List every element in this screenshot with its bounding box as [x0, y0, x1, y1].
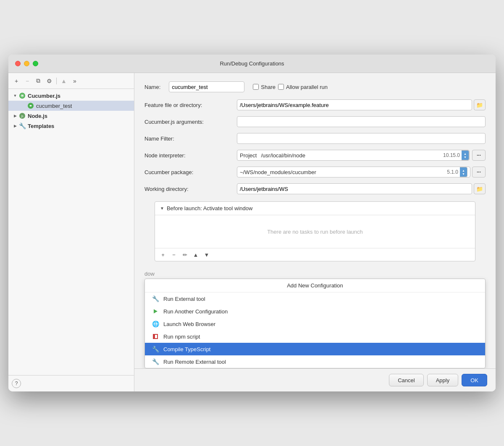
pkg-spinner-down-icon: ▼ [462, 172, 465, 175]
before-launch-down-button[interactable]: ▼ [202, 250, 211, 259]
run-npm-icon [152, 333, 159, 340]
move-up-button[interactable]: ▲ [59, 76, 68, 86]
share-checkbox[interactable] [253, 84, 259, 90]
sidebar-item-cucumber-js[interactable]: ▼ Cucumber.js [8, 91, 134, 101]
sidebar-item-templates[interactable]: ▶ 🔧 Templates [8, 121, 134, 131]
sidebar-tree: ▼ Cucumber.js [8, 89, 134, 375]
sidebar: + − ⧉ ⚙ ▲ » ▼ [8, 73, 134, 391]
dropdown-item-run-another[interactable]: Run Another Configuration [145, 305, 485, 318]
interpreter-version: 10.15.0 [443, 152, 460, 158]
before-launch-header[interactable]: ▼ Before launch: Activate tool window [155, 202, 475, 215]
templates-label: Templates [28, 123, 54, 129]
before-launch-add-button[interactable]: + [158, 250, 168, 259]
cucumber-args-label: Cucumber.js arguments: [144, 119, 237, 125]
share-label: Share [261, 84, 276, 90]
form-area: Name: Share Allow parallel run [134, 73, 496, 270]
parallel-run-checkbox[interactable] [278, 84, 284, 90]
dropdown-item-compile-ts[interactable]: 🔧 Compile TypeScript [145, 343, 485, 355]
bottom-bar: Cancel Apply OK [134, 368, 496, 391]
interpreter-type: Project [240, 152, 257, 159]
run-another-icon [152, 308, 159, 315]
titlebar: Run/Debug Configurations [8, 55, 496, 73]
dropdown-item-run-external[interactable]: 🔧 Run External tool [145, 292, 485, 305]
name-row: Name: Share Allow parallel run [144, 81, 486, 92]
nodejs-label: Node.js [28, 113, 47, 119]
run-another-label: Run Another Configuration [163, 308, 228, 315]
folder-icon: 📁 [476, 102, 483, 108]
sidebar-item-cucumber-test[interactable]: cucumber_test [8, 101, 134, 111]
ok-button[interactable]: OK [462, 374, 487, 386]
sidebar-item-nodejs[interactable]: ▶ js Node.js [8, 111, 134, 121]
expand-arrow-nodejs: ▶ [12, 112, 18, 119]
spinner-down-icon: ▼ [464, 156, 467, 159]
node-interpreter-label: Node interpreter: [144, 152, 237, 159]
parallel-run-text: Allow parallel run [286, 84, 328, 90]
spinner-up-icon: ▲ [464, 152, 467, 155]
cucumber-js-label: Cucumber.js [28, 93, 60, 99]
interpreter-spinner[interactable]: ▲ ▼ [462, 150, 469, 160]
svg-rect-8 [154, 335, 155, 338]
package-version: 5.1.0 [447, 169, 458, 175]
add-new-config-dropdown: Add New Configuration 🔧 Run External too… [144, 279, 486, 368]
dropdown-item-launch-browser[interactable]: 🌐 Launch Web Browser [145, 318, 485, 330]
interpreter-more-button[interactable]: ··· [472, 150, 486, 161]
name-label: Name: [144, 84, 160, 90]
node-interpreter-row: Node interpreter: Project /usr/local/bin… [144, 149, 486, 161]
run-debug-dialog: Run/Debug Configurations + − ⧉ ⚙ ▲ » ▼ [8, 55, 496, 391]
working-dir-control: 📁 [237, 183, 486, 194]
svg-marker-5 [154, 309, 158, 313]
dropdown-item-run-remote[interactable]: 🔧 Run Remote External tool [145, 355, 485, 368]
apply-button[interactable]: Apply [427, 374, 459, 386]
cucumber-package-control: ~/WS/node_modules/cucumber 5.1.0 ▲ ▼ ··· [237, 167, 486, 177]
name-filter-row: Name Filter: [144, 133, 486, 144]
cucumber-test-icon [27, 102, 34, 110]
package-more-button[interactable]: ··· [472, 167, 486, 177]
launch-browser-label: Launch Web Browser [163, 321, 215, 327]
activate-window-area: dow [134, 270, 496, 279]
minimize-button[interactable] [24, 61, 29, 66]
run-npm-label: Run npm script [163, 334, 200, 340]
feature-control: 📁 [237, 99, 486, 110]
cucumber-args-input[interactable] [237, 116, 486, 127]
working-dir-input[interactable] [237, 183, 472, 194]
cucumber-package-row: Cucumber package: ~/WS/node_modules/cucu… [144, 166, 486, 178]
cancel-button[interactable]: Cancel [389, 374, 423, 386]
no-arrow [20, 102, 27, 109]
working-dir-browse-button[interactable]: 📁 [474, 183, 486, 194]
before-launch-collapse-icon: ▼ [160, 206, 164, 211]
cucumber-js-icon [18, 92, 26, 99]
package-path: ~/WS/node_modules/cucumber [240, 169, 447, 175]
before-launch-title: Before launch: Activate tool window [167, 205, 253, 211]
name-filter-input[interactable] [237, 133, 486, 144]
before-launch-up-button[interactable]: ▲ [191, 250, 200, 259]
help-button[interactable]: ? [12, 379, 21, 388]
before-launch-remove-button[interactable]: − [169, 250, 178, 259]
before-launch-section: ▼ Before launch: Activate tool window Th… [155, 201, 475, 261]
close-button[interactable] [15, 61, 21, 66]
settings-button[interactable]: ⚙ [45, 76, 54, 86]
right-panel: Name: Share Allow parallel run [134, 73, 496, 391]
working-dir-label: Working directory: [144, 186, 237, 192]
compile-ts-icon: 🔧 [152, 345, 159, 353]
maximize-button[interactable] [33, 61, 38, 66]
feature-label: Feature file or directory: [144, 102, 237, 108]
cucumber-package-label: Cucumber package: [144, 169, 237, 175]
remove-config-button[interactable]: − [23, 76, 32, 86]
feature-browse-button[interactable]: 📁 [474, 99, 486, 110]
before-launch-edit-button[interactable]: ✏ [180, 250, 189, 259]
window-controls [15, 61, 38, 66]
more-options-button[interactable]: » [70, 76, 79, 86]
name-input[interactable] [169, 81, 244, 92]
feature-input[interactable] [237, 99, 472, 110]
launch-browser-icon: 🌐 [152, 320, 159, 328]
name-filter-control [237, 133, 486, 144]
dropdown-item-run-npm[interactable]: Run npm script [145, 330, 485, 343]
before-launch-toolbar: + − ✏ ▲ ▼ [155, 248, 475, 261]
add-config-button[interactable]: + [12, 76, 21, 86]
copy-config-button[interactable]: ⧉ [34, 76, 43, 86]
run-external-label: Run External tool [163, 296, 205, 302]
sidebar-footer: ? [8, 375, 134, 391]
svg-text:js: js [21, 115, 24, 118]
package-spinner[interactable]: ▲ ▼ [460, 167, 467, 177]
name-filter-label: Name Filter: [144, 136, 237, 142]
